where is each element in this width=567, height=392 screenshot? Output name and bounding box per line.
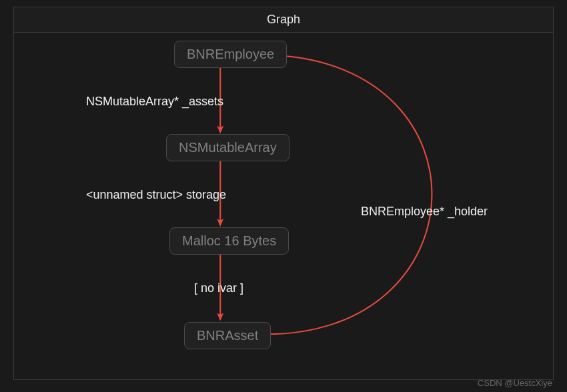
edge-label-storage: <unnamed struct> storage (86, 188, 226, 202)
watermark: CSDN @UestcXiye (478, 378, 552, 388)
edge-label-noivar: [ no ivar ] (194, 281, 243, 295)
node-label: BNREmployee (187, 47, 274, 61)
edge-label-assets: NSMutableArray* _assets (86, 95, 223, 109)
panel-title: Graph (267, 13, 300, 26)
node-label: BNRAsset (197, 328, 258, 343)
node-bnrasset[interactable]: BNRAsset (184, 322, 271, 349)
node-label: Malloc 16 Bytes (182, 233, 276, 248)
node-malloc[interactable]: Malloc 16 Bytes (169, 227, 289, 255)
graph-panel: Graph BNREmployee NSMutableArray* _asset… (13, 7, 554, 380)
graph-canvas: BNREmployee NSMutableArray* _assets NSMu… (14, 33, 553, 378)
node-nsmutablearray[interactable]: NSMutableArray (166, 134, 290, 161)
node-label: NSMutableArray (179, 140, 277, 155)
panel-header: Graph (14, 7, 553, 33)
node-bnremployee[interactable]: BNREmployee (174, 41, 287, 68)
edge-label-holder: BNREmployee* _holder (361, 205, 488, 219)
